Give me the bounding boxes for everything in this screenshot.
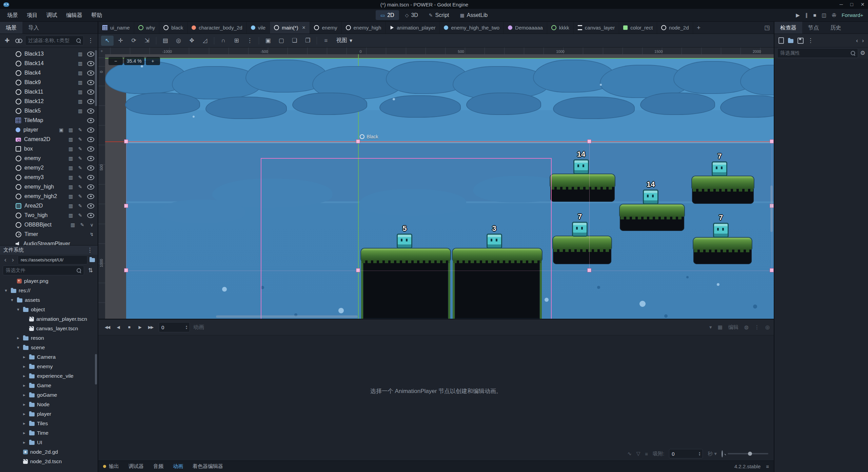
expand-bottom-panel-icon[interactable]: ≡ bbox=[766, 464, 769, 469]
tree-node-enemy3[interactable]: enemy3▥✎ bbox=[0, 173, 98, 182]
add-scene-tab-button[interactable]: + bbox=[693, 22, 704, 34]
film-badge-icon[interactable]: ▥ bbox=[67, 146, 74, 152]
script-badge-icon[interactable]: ✎ bbox=[77, 203, 83, 209]
spinbox-arrows-icon[interactable]: ▴▾ bbox=[699, 451, 700, 456]
selection-handle[interactable] bbox=[124, 139, 128, 143]
pan-tool[interactable]: ✥ bbox=[185, 36, 198, 46]
file-row-Camera[interactable]: ▸Camera bbox=[0, 352, 98, 362]
script-badge-icon[interactable]: ✎ bbox=[77, 127, 83, 133]
scene-tab-enemy[interactable]: enemy bbox=[310, 22, 341, 34]
context-tab-script[interactable]: ✎Script bbox=[424, 10, 454, 20]
film-badge-icon[interactable]: ▥ bbox=[67, 175, 74, 180]
rotate-tool[interactable]: ⟳ bbox=[127, 36, 140, 46]
film-badge-icon[interactable]: ▥ bbox=[77, 61, 83, 66]
file-row-reson[interactable]: ▸reson bbox=[0, 333, 98, 343]
close-icon[interactable]: ✕ bbox=[861, 2, 865, 7]
tree-node-TileMap[interactable]: TileMap bbox=[0, 116, 98, 125]
script-badge-icon[interactable]: ✎ bbox=[79, 222, 85, 228]
ungroup-button[interactable]: ❐ bbox=[301, 36, 314, 46]
play-button[interactable]: ▶ bbox=[796, 12, 800, 18]
tree-node-OBBBBject[interactable]: OBBBBject▥✎∨ bbox=[0, 220, 98, 230]
selection-handle[interactable] bbox=[770, 139, 774, 143]
animation-dropdown-icon[interactable]: ▾ bbox=[709, 324, 712, 330]
play-from-start-button[interactable]: ▶▶ bbox=[146, 322, 155, 332]
animation-more-icon[interactable]: ⋮ bbox=[754, 324, 760, 330]
tree-node-enemy_high[interactable]: enemy_high▥✎ bbox=[0, 182, 98, 192]
history-back-icon[interactable]: ‹ bbox=[856, 37, 858, 44]
pin-panel-icon[interactable]: ◎ bbox=[765, 324, 770, 330]
file-row-player[interactable]: ▸player bbox=[0, 409, 98, 419]
group-button[interactable]: ❏ bbox=[288, 36, 301, 46]
skeleton-menu[interactable]: ⌗ bbox=[320, 36, 332, 46]
tree-node-Black12[interactable]: Black12▥ bbox=[0, 97, 98, 106]
scene-tab-animation_player[interactable]: animation_player bbox=[386, 22, 440, 34]
visibility-eye-icon[interactable] bbox=[87, 146, 94, 152]
unlock-button[interactable]: ▢ bbox=[275, 36, 288, 46]
track-filter-icon[interactable]: ▽ bbox=[636, 451, 640, 457]
file-row-goGame[interactable]: ▸goGame bbox=[0, 390, 98, 400]
scene-tab-main(*)[interactable]: main(*)✕ bbox=[270, 22, 310, 34]
tree-node-Black5[interactable]: Black5▥ bbox=[0, 106, 98, 116]
expand-arrow-icon[interactable]: ▾ bbox=[3, 288, 8, 293]
dock-tab-导入[interactable]: 导入 bbox=[22, 22, 45, 34]
snap-spinbox[interactable]: 0 ▴▾ bbox=[669, 449, 703, 458]
onion-skinning-icon[interactable]: ◍ bbox=[744, 324, 749, 330]
file-row-node_2d.tscn[interactable]: node_2d.tscn bbox=[0, 457, 98, 466]
context-tab-assetlib[interactable]: ▦AssetLib bbox=[455, 10, 492, 20]
scene-dock-menu-icon[interactable]: ⋮ bbox=[86, 36, 95, 45]
menu-调试[interactable]: 调试 bbox=[42, 9, 62, 21]
lock-button[interactable]: ▣ bbox=[262, 36, 274, 46]
tree-node-Black9[interactable]: Black9▥ bbox=[0, 78, 98, 87]
file-row-scene[interactable]: ▾scene bbox=[0, 343, 98, 352]
menu-编辑器[interactable]: 编辑器 bbox=[62, 9, 87, 21]
expand-arrow-icon[interactable]: ▾ bbox=[9, 297, 15, 302]
expand-arrow-icon[interactable]: ▸ bbox=[22, 373, 27, 378]
menu-场景[interactable]: 场景 bbox=[3, 9, 22, 21]
close-tab-icon[interactable]: ✕ bbox=[302, 25, 306, 30]
expand-arrow-icon[interactable]: ▸ bbox=[22, 440, 27, 445]
film-badge-icon[interactable]: ▥ bbox=[77, 51, 83, 57]
distraction-free-icon[interactable]: ◳ bbox=[760, 22, 774, 34]
script-badge-icon[interactable]: ✎ bbox=[77, 194, 83, 199]
save-resource-icon[interactable] bbox=[797, 38, 804, 44]
view-menu-button[interactable]: 视图▾ bbox=[333, 37, 356, 44]
tree-node-player[interactable]: player▣▥✎ bbox=[0, 125, 98, 135]
animation-filter-icon[interactable]: ▦ bbox=[718, 324, 723, 330]
select-tool[interactable]: ↖ bbox=[101, 36, 114, 46]
film-badge-icon[interactable]: ▥ bbox=[77, 80, 83, 85]
zoom-level-button[interactable]: 35.4 % bbox=[124, 57, 144, 65]
script-badge-icon[interactable]: ✎ bbox=[77, 165, 83, 171]
scene-tab-node_2d[interactable]: node_2d bbox=[657, 22, 693, 34]
tree-node-Camera2D[interactable]: Camera2D▥✎ bbox=[0, 135, 98, 144]
timeline-zoom-slider[interactable] bbox=[728, 453, 768, 454]
visibility-eye-icon[interactable] bbox=[87, 203, 94, 209]
selection-handle[interactable] bbox=[587, 268, 591, 272]
visibility-eye-icon[interactable] bbox=[87, 194, 94, 199]
file-row-res://[interactable]: ▾res:// bbox=[0, 286, 98, 295]
visibility-eye-icon[interactable] bbox=[87, 127, 94, 133]
expand-arrow-icon[interactable]: ▸ bbox=[22, 411, 27, 416]
file-row-object[interactable]: ▾object bbox=[0, 305, 98, 314]
visibility-eye-icon[interactable] bbox=[87, 71, 94, 76]
file-row-canvas_layer.tscn[interactable]: canvas_layer.tscn bbox=[0, 324, 98, 333]
script-badge-icon[interactable]: ✎ bbox=[77, 213, 83, 218]
file-row-assets[interactable]: ▾assets bbox=[0, 295, 98, 305]
film-badge-icon[interactable]: ▥ bbox=[67, 184, 74, 190]
canvas-vertical-scrollbar[interactable] bbox=[770, 185, 773, 232]
bottom-panel-动画[interactable]: 动画 bbox=[173, 463, 183, 470]
expand-arrow-icon[interactable]: ▾ bbox=[16, 345, 21, 350]
visibility-eye-icon[interactable] bbox=[87, 61, 94, 66]
film-badge-icon[interactable]: ▥ bbox=[77, 99, 83, 104]
film-badge-icon[interactable]: ▥ bbox=[77, 89, 83, 95]
dock-tab-历史[interactable]: 历史 bbox=[825, 22, 847, 34]
visibility-eye-icon[interactable] bbox=[87, 109, 94, 114]
selection-handle[interactable] bbox=[124, 204, 128, 208]
scene-tab-canvas_layer[interactable]: canvas_layer bbox=[574, 22, 619, 34]
resource-menu-icon[interactable]: ⋮ bbox=[808, 37, 813, 44]
expand-arrow-icon[interactable]: ▸ bbox=[22, 383, 27, 388]
animation-edit-button[interactable]: 编辑 bbox=[728, 324, 738, 331]
chevron-badge-icon[interactable]: ∨ bbox=[88, 222, 95, 228]
zoom-in-button[interactable]: + bbox=[146, 57, 160, 65]
scene-filter-input[interactable]: 过滤器:名称, t:类型 bbox=[25, 36, 84, 45]
instance-scene-icon[interactable] bbox=[14, 36, 23, 45]
